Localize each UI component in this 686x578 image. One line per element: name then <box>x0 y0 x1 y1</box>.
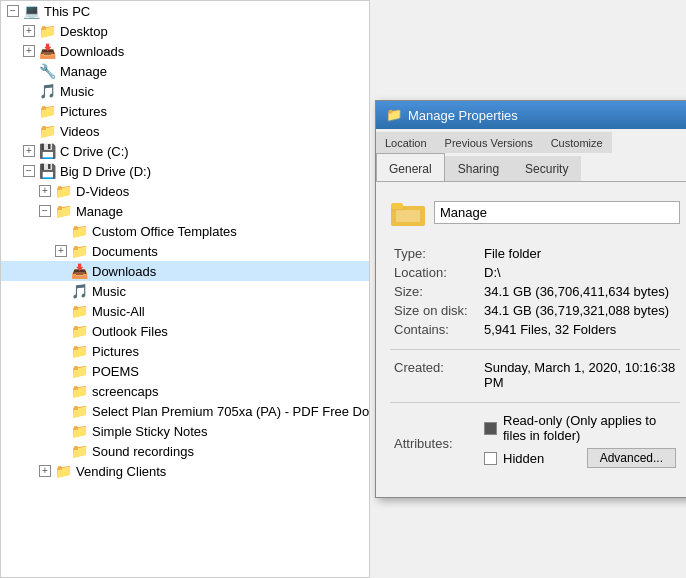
folder-icon-pictures-sub: 📁 <box>71 343 88 359</box>
tab-security[interactable]: Security <box>512 156 581 181</box>
tree-label-c-drive: C Drive (C:) <box>60 144 129 159</box>
expand-icon-this-pc[interactable]: − <box>5 3 21 19</box>
folder-icon-manage-sub: 📁 <box>55 203 72 219</box>
tree-item-desktop[interactable]: +📁Desktop <box>1 21 369 41</box>
dialog-title: Manage Properties <box>408 108 518 123</box>
expand-icon-vending-clients[interactable]: + <box>37 463 53 479</box>
tree-item-custom-office[interactable]: 📁Custom Office Templates <box>1 221 369 241</box>
tree-label-desktop: Desktop <box>60 24 108 39</box>
tree-label-music-top: Music <box>60 84 94 99</box>
tree-item-screencaps[interactable]: 📁screencaps <box>1 381 369 401</box>
tree-label-manage-top: Manage <box>60 64 107 79</box>
tree-item-videos-top[interactable]: 📁Videos <box>1 121 369 141</box>
readonly-checkbox[interactable] <box>484 422 497 435</box>
tab-customize[interactable]: Customize <box>542 132 612 153</box>
tree-item-select-plan[interactable]: 📁Select Plan Premium 705xa (PA) - PDF Fr… <box>1 401 369 421</box>
hidden-checkbox[interactable] <box>484 452 497 465</box>
prop-value: File folder <box>480 244 680 263</box>
folder-big-icon <box>390 194 426 230</box>
tree-item-downloads-top[interactable]: +📥Downloads <box>1 41 369 61</box>
svg-rect-3 <box>391 203 403 209</box>
prop-label: Location: <box>390 263 480 282</box>
readonly-label: Read-only (Only applies to files in fold… <box>503 413 676 443</box>
folder-icon-screencaps: 📁 <box>71 383 88 399</box>
tree-label-manage-sub: Manage <box>76 204 123 219</box>
advanced-button[interactable]: Advanced... <box>587 448 676 468</box>
tree-label-downloads-sub: Downloads <box>92 264 156 279</box>
folder-icon-this-pc: 💻 <box>23 3 40 19</box>
dialog-titlebar: 📁 Manage Properties <box>376 101 686 129</box>
folder-icon-pictures-top: 📁 <box>39 103 56 119</box>
tree-item-poems[interactable]: 📁POEMS <box>1 361 369 381</box>
expand-icon-downloads-top[interactable]: + <box>21 43 37 59</box>
tree-item-downloads-sub[interactable]: 📥Downloads <box>1 261 369 281</box>
tree-item-vending-clients[interactable]: +📁Vending Clients <box>1 461 369 481</box>
folder-icon-c-drive: 💾 <box>39 143 56 159</box>
tree-item-big-d-drive[interactable]: −💾Big D Drive (D:) <box>1 161 369 181</box>
tree-label-downloads-top: Downloads <box>60 44 124 59</box>
dialog-title-icon: 📁 <box>386 107 402 123</box>
expand-icon-c-drive[interactable]: + <box>21 143 37 159</box>
tree-label-custom-office: Custom Office Templates <box>92 224 237 239</box>
folder-icon-sound-recordings: 📁 <box>71 443 88 459</box>
tree-label-vending-clients: Vending Clients <box>76 464 166 479</box>
tree-item-sound-recordings[interactable]: 📁Sound recordings <box>1 441 369 461</box>
prop-value: 5,941 Files, 32 Folders <box>480 320 680 339</box>
folder-icon-videos-top: 📁 <box>39 123 56 139</box>
prop-value: D:\ <box>480 263 680 282</box>
tree-label-simple-sticky: Simple Sticky Notes <box>92 424 208 439</box>
expand-icon-desktop[interactable]: + <box>21 23 37 39</box>
tree-label-music-all: Music-All <box>92 304 145 319</box>
attributes-section: Attributes: Read-only (Only applies to f… <box>390 411 680 475</box>
expand-icon-d-videos[interactable]: + <box>37 183 53 199</box>
tab-sharing[interactable]: Sharing <box>445 156 512 181</box>
folder-icon-custom-office: 📁 <box>71 223 88 239</box>
tree-label-this-pc: This PC <box>44 4 90 19</box>
tree-item-outlook-files[interactable]: 📁Outlook Files <box>1 321 369 341</box>
file-explorer[interactable]: −💻This PC+📁Desktop+📥Downloads🔧Manage🎵Mus… <box>0 0 370 578</box>
tree-item-simple-sticky[interactable]: 📁Simple Sticky Notes <box>1 421 369 441</box>
expand-icon-big-d-drive[interactable]: − <box>21 163 37 179</box>
manage-properties-dialog: 📁 Manage Properties Location Previous Ve… <box>375 100 686 498</box>
tree-item-d-videos[interactable]: +📁D-Videos <box>1 181 369 201</box>
tree-item-pictures-top[interactable]: 📁Pictures <box>1 101 369 121</box>
folder-icon-documents: 📁 <box>71 243 88 259</box>
tab-location[interactable]: Location <box>376 132 436 153</box>
svg-rect-4 <box>396 210 420 222</box>
tree-label-pictures-top: Pictures <box>60 104 107 119</box>
folder-icon-manage-top: 🔧 <box>39 63 56 79</box>
expand-icon-documents[interactable]: + <box>53 243 69 259</box>
tree-item-manage-sub[interactable]: −📁Manage <box>1 201 369 221</box>
tree-label-outlook-files: Outlook Files <box>92 324 168 339</box>
folder-icon-downloads-sub: 📥 <box>71 263 88 279</box>
folder-icon-d-videos: 📁 <box>55 183 72 199</box>
tree-item-pictures-sub[interactable]: 📁Pictures <box>1 341 369 361</box>
dialog-tabs-row2: General Sharing Security <box>376 153 686 182</box>
tree-label-music-sub: Music <box>92 284 126 299</box>
tree-item-music-top[interactable]: 🎵Music <box>1 81 369 101</box>
hidden-label: Hidden <box>503 451 544 466</box>
tree-item-documents[interactable]: +📁Documents <box>1 241 369 261</box>
tree-item-music-sub[interactable]: 🎵Music <box>1 281 369 301</box>
tree-label-screencaps: screencaps <box>92 384 158 399</box>
folder-icon-poems: 📁 <box>71 363 88 379</box>
tree-item-manage-top[interactable]: 🔧Manage <box>1 61 369 81</box>
folder-icon-big-d-drive: 💾 <box>39 163 56 179</box>
readonly-row: Read-only (Only applies to files in fold… <box>484 413 676 443</box>
tab-previous-versions[interactable]: Previous Versions <box>436 132 542 153</box>
folder-icon-desktop: 📁 <box>39 23 56 39</box>
tree-item-music-all[interactable]: 📁Music-All <box>1 301 369 321</box>
prop-label: Contains: <box>390 320 480 339</box>
folder-icon-music-all: 📁 <box>71 303 88 319</box>
prop-label: Size: <box>390 282 480 301</box>
tree-item-this-pc[interactable]: −💻This PC <box>1 1 369 21</box>
folder-icon-simple-sticky: 📁 <box>71 423 88 439</box>
tree-item-c-drive[interactable]: +💾C Drive (C:) <box>1 141 369 161</box>
folder-name-input[interactable] <box>434 201 680 224</box>
expand-icon-manage-sub[interactable]: − <box>37 203 53 219</box>
prop-label: Type: <box>390 244 480 263</box>
tab-general[interactable]: General <box>376 153 445 181</box>
created-table: Created: Sunday, March 1, 2020, 10:16:38… <box>390 358 680 392</box>
folder-icon-outlook-files: 📁 <box>71 323 88 339</box>
tree-label-documents: Documents <box>92 244 158 259</box>
